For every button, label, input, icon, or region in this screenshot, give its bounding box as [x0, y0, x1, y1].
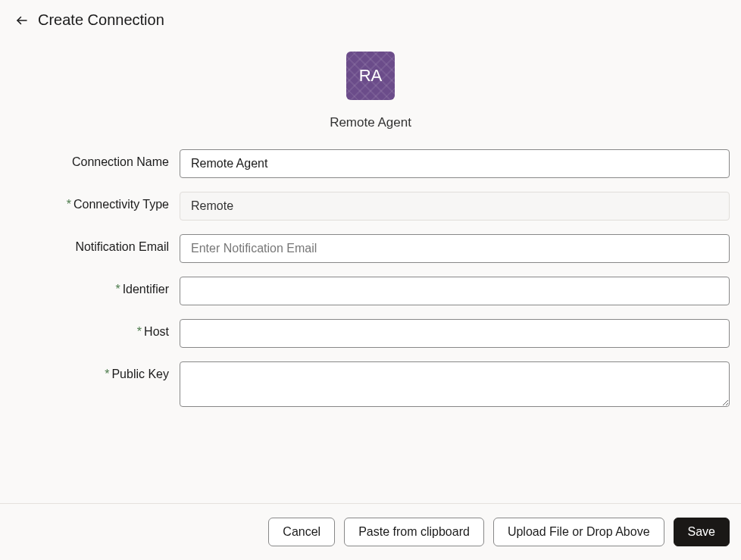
agent-label: Remote Agent: [330, 115, 411, 130]
connectivity-type-input: [180, 192, 730, 221]
label-notification-email: Notification Email: [11, 234, 180, 254]
form-area: Connection Name *Connectivity Type Notif…: [0, 149, 741, 410]
notification-email-input[interactable]: [180, 234, 730, 263]
label-identifier: *Identifier: [11, 277, 180, 296]
upload-file-button[interactable]: Upload File or Drop Above: [493, 518, 664, 546]
page-title: Create Connection: [38, 11, 164, 29]
row-connection-name: Connection Name: [11, 149, 730, 178]
identifier-input[interactable]: [180, 277, 730, 305]
paste-from-clipboard-button[interactable]: Paste from clipboard: [344, 518, 484, 546]
row-identifier: *Identifier: [11, 277, 730, 305]
back-arrow-icon[interactable]: [15, 14, 29, 27]
agent-icon-text: RA: [359, 66, 383, 86]
label-connection-name: Connection Name: [11, 149, 180, 169]
row-host: *Host: [11, 319, 730, 348]
host-input[interactable]: [180, 319, 730, 348]
row-connectivity-type: *Connectivity Type: [11, 192, 730, 221]
connection-icon-section: RA Remote Agent: [0, 52, 741, 130]
label-host: *Host: [11, 319, 180, 339]
footer-actions: Cancel Paste from clipboard Upload File …: [0, 503, 741, 560]
required-asterisk-icon: *: [105, 368, 109, 380]
save-button[interactable]: Save: [674, 518, 730, 546]
required-asterisk-icon: *: [67, 198, 71, 211]
connection-name-input[interactable]: [180, 149, 730, 178]
row-public-key: *Public Key: [11, 361, 730, 410]
page-header: Create Connection: [0, 0, 741, 36]
label-public-key: *Public Key: [11, 361, 180, 381]
required-asterisk-icon: *: [137, 325, 142, 338]
required-asterisk-icon: *: [115, 283, 120, 296]
remote-agent-icon: RA: [346, 52, 395, 100]
cancel-button[interactable]: Cancel: [268, 518, 335, 546]
label-connectivity-type: *Connectivity Type: [11, 192, 180, 211]
public-key-input[interactable]: [180, 361, 730, 407]
row-notification-email: Notification Email: [11, 234, 730, 263]
